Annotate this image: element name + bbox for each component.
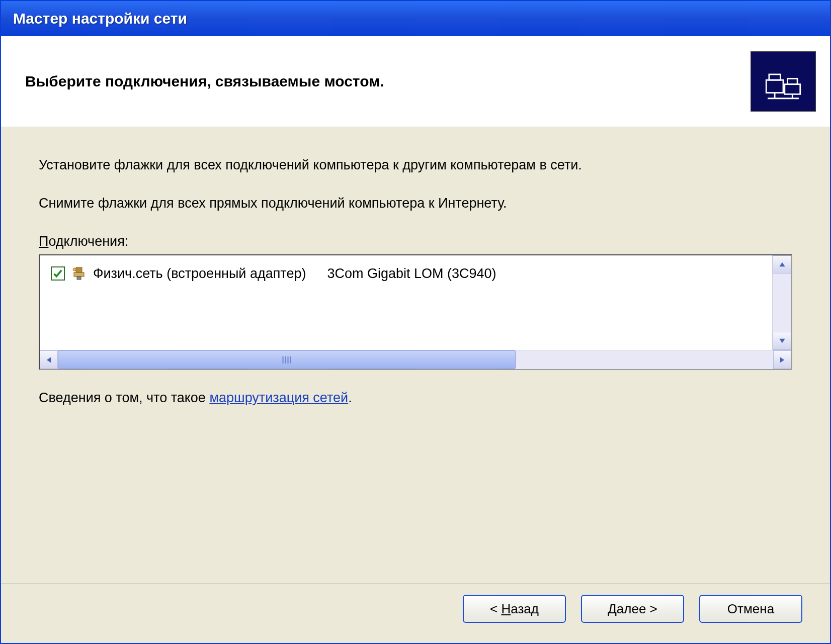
routing-info-link[interactable]: маршрутизация сетей <box>209 390 348 405</box>
svg-rect-1 <box>769 74 781 80</box>
listbox-inner: Физич.сеть (встроенный адаптер) 3Com Gig… <box>40 255 791 350</box>
horizontal-scroll-track[interactable] <box>58 350 773 369</box>
connections-listbox-wrap: Физич.сеть (встроенный адаптер) 3Com Gig… <box>39 254 792 370</box>
svg-point-10 <box>73 268 76 271</box>
svg-rect-0 <box>766 80 783 93</box>
cancel-button[interactable]: Отмена <box>699 595 802 623</box>
page-title: Выберите подключения, связываемые мостом… <box>25 73 384 90</box>
info-text: Сведения о том, что такое маршрутизация … <box>39 390 792 406</box>
scroll-right-button[interactable] <box>773 350 791 369</box>
svg-rect-8 <box>74 272 84 277</box>
svg-rect-3 <box>787 78 797 84</box>
svg-marker-12 <box>779 339 785 343</box>
scroll-grip-icon <box>283 356 291 363</box>
horizontal-scrollbar[interactable] <box>40 350 791 369</box>
network-adapter-icon <box>71 265 87 282</box>
back-button[interactable]: < Назад <box>463 595 566 623</box>
connection-name: Физич.сеть (встроенный адаптер) <box>93 266 306 282</box>
scroll-left-button[interactable] <box>40 350 58 369</box>
wizard-button-row: < Назад Далее > Отмена <box>1 583 830 643</box>
svg-marker-13 <box>47 357 51 362</box>
connection-checkbox[interactable] <box>51 266 65 281</box>
window-title: Мастер настройки сети <box>13 10 187 27</box>
svg-marker-11 <box>779 262 785 266</box>
connections-label: Подключения: <box>39 234 792 249</box>
connection-device: 3Com Gigabit LOM (3C940) <box>327 266 496 282</box>
next-button[interactable]: Далее > <box>581 595 684 623</box>
svg-marker-14 <box>780 357 784 362</box>
svg-rect-2 <box>785 84 800 95</box>
scroll-up-button[interactable] <box>773 255 791 273</box>
instruction-text-1: Установите флажки для всех подключений к… <box>39 157 792 173</box>
instruction-text-2: Снимите флажки для всех прямых подключен… <box>39 196 792 211</box>
wizard-header: Выберите подключения, связываемые мостом… <box>1 36 830 127</box>
listbox-content: Физич.сеть (встроенный адаптер) 3Com Gig… <box>40 255 772 350</box>
wizard-window: Мастер настройки сети Выберите подключен… <box>0 0 831 644</box>
list-item[interactable]: Физич.сеть (встроенный адаптер) 3Com Gig… <box>51 265 761 282</box>
svg-rect-7 <box>76 267 82 272</box>
svg-rect-9 <box>77 277 81 280</box>
horizontal-scroll-thumb[interactable] <box>58 350 516 369</box>
network-wizard-icon <box>751 51 816 112</box>
wizard-content: Установите флажки для всех подключений к… <box>1 127 830 583</box>
vertical-scrollbar[interactable] <box>772 255 791 350</box>
titlebar[interactable]: Мастер настройки сети <box>1 1 830 36</box>
vertical-scroll-track[interactable] <box>773 273 791 332</box>
scroll-down-button[interactable] <box>773 332 791 350</box>
connections-listbox[interactable]: Физич.сеть (встроенный адаптер) 3Com Gig… <box>39 254 792 370</box>
